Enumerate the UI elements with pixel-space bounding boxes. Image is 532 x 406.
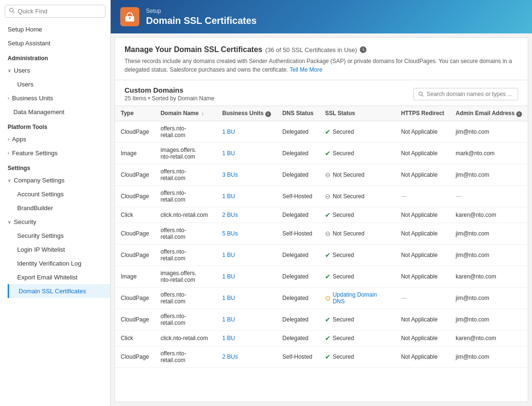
cell-https: Not Applicable xyxy=(395,121,450,142)
cell-dns: Delegated xyxy=(277,330,319,346)
cell-bu[interactable]: 1 BU xyxy=(217,244,277,266)
sidebar-group-business-units[interactable]: › Business Units xyxy=(0,91,110,105)
cell-domain: offers.nto-retail.com xyxy=(155,244,216,266)
chevron-down-icon-security: ∨ xyxy=(8,219,11,224)
col-domain-name: Domain Name ↓ xyxy=(155,106,216,121)
sidebar-item-export-email-whitelist[interactable]: Export Email Whitelist xyxy=(8,270,110,284)
sidebar-group-company-settings[interactable]: ∨ Company Settings xyxy=(0,173,110,187)
cell-bu[interactable]: 1 BU xyxy=(217,287,277,309)
cell-bu[interactable]: 1 BU xyxy=(217,185,277,207)
bu-link[interactable]: 1 BU xyxy=(222,193,235,200)
info-icon[interactable]: i xyxy=(360,46,366,53)
content-area: Manage Your Domain SSL Certificates (36 … xyxy=(115,37,528,402)
cell-ssl[interactable]: ⊙Updating Domain DNS xyxy=(319,287,395,309)
sidebar-item-login-ip-whitelist[interactable]: Login IP Whitelist xyxy=(8,243,110,256)
ssl-status-text: Secured xyxy=(333,353,354,360)
cell-dns: Delegated xyxy=(277,266,319,287)
cell-type: CloudPage xyxy=(115,309,155,330)
sidebar-group-apps[interactable]: › Apps xyxy=(0,132,110,146)
col-dns-status: DNS Status xyxy=(277,106,319,121)
updating-dns-link[interactable]: Updating Domain DNS xyxy=(333,291,389,305)
sidebar-group-feature-settings[interactable]: › Feature Settings xyxy=(0,146,110,160)
cell-type: Click xyxy=(115,330,155,346)
table-row: CloudPageoffers.nto-retail.com1 BUDelega… xyxy=(115,287,528,309)
cell-dns: Delegated xyxy=(277,142,319,164)
sidebar-item-account-settings[interactable]: Account Settings xyxy=(8,187,110,201)
content-description: These records include any domains create… xyxy=(125,57,518,74)
bu-link[interactable]: 1 BU xyxy=(222,128,235,135)
bu-link[interactable]: 1 BU xyxy=(222,150,235,157)
table-row: CloudPageoffers.nto-retail.com5 BUsSelf-… xyxy=(115,223,528,244)
cell-https: — xyxy=(395,287,450,309)
domain-search-input[interactable] xyxy=(427,91,513,97)
quick-find-input[interactable] xyxy=(18,8,101,15)
cell-ssl: ✔Secured xyxy=(319,346,395,367)
col-type: Type xyxy=(115,106,155,121)
cell-email: jim@nto.com xyxy=(450,244,528,266)
tell-me-more-link[interactable]: Tell Me More xyxy=(290,66,323,73)
cell-bu[interactable]: 3 BUs xyxy=(217,164,277,185)
col-admin-email: Admin Email Address i xyxy=(450,106,528,121)
cell-domain: offers.nto-retail.com xyxy=(155,287,216,309)
domain-search-box[interactable] xyxy=(413,88,518,100)
sidebar-item-data-management[interactable]: Data Management xyxy=(0,105,110,119)
sidebar-group-users[interactable]: ∨ Users xyxy=(0,64,110,77)
bu-link[interactable]: 5 BUs xyxy=(222,230,238,237)
bu-link[interactable]: 2 BUs xyxy=(222,353,238,360)
cell-bu[interactable]: 1 BU xyxy=(217,330,277,346)
ssl-status-text: Secured xyxy=(333,335,354,342)
cell-domain: offers.nto-retail.com xyxy=(155,121,216,142)
cell-bu[interactable]: 2 BUs xyxy=(217,207,277,223)
sidebar-group-security[interactable]: ∨ Security xyxy=(0,215,110,229)
bu-link[interactable]: 1 BU xyxy=(222,335,235,342)
cell-bu[interactable]: 1 BU xyxy=(217,309,277,330)
cell-type: Click xyxy=(115,207,155,223)
secured-icon: ✔ xyxy=(325,316,331,323)
cell-domain: offers.nto-retail.com xyxy=(155,223,216,244)
cell-bu[interactable]: 2 BUs xyxy=(217,346,277,367)
cell-domain: offers.nto-retail.com xyxy=(155,164,216,185)
cell-https: Not Applicable xyxy=(395,330,450,346)
bu-link[interactable]: 1 BU xyxy=(222,295,235,301)
updating-icon: ⊙ xyxy=(325,294,331,302)
cell-email: jim@nto.com xyxy=(450,346,528,367)
bu-link[interactable]: 2 BUs xyxy=(222,212,238,218)
cell-dns: Delegated xyxy=(277,164,319,185)
content-header-top: Manage Your Domain SSL Certificates (36 … xyxy=(125,45,518,54)
sidebar-item-brandbuilder[interactable]: BrandBuilder xyxy=(8,201,110,215)
sidebar-item-identity-verification-log[interactable]: Identity Verification Log xyxy=(8,256,110,270)
domain-search-icon xyxy=(418,91,424,97)
bu-link[interactable]: 1 BU xyxy=(222,316,235,323)
table-row: Clickclick.nto-retail.com2 BUsDelegated✔… xyxy=(115,207,528,223)
cell-bu[interactable]: 1 BU xyxy=(217,142,277,164)
bu-link[interactable]: 1 BU xyxy=(222,273,235,280)
sidebar: Setup Home Setup Assistant Administratio… xyxy=(0,0,111,406)
cell-email: jim@nto.com xyxy=(450,223,528,244)
ssl-status-text: Secured xyxy=(333,273,354,280)
cell-https: Not Applicable xyxy=(395,164,450,185)
sidebar-item-domain-ssl-certificates[interactable]: Domain SSL Certificates xyxy=(8,284,110,298)
bu-link[interactable]: 3 BUs xyxy=(222,171,238,178)
cell-bu[interactable]: 1 BU xyxy=(217,121,277,142)
cell-domain: offers.nto-retail.com xyxy=(155,309,216,330)
sidebar-item-security-settings[interactable]: Security Settings xyxy=(8,229,110,243)
col-business-units: Business Units i xyxy=(217,106,277,121)
sidebar-item-setup-assistant[interactable]: Setup Assistant xyxy=(0,36,110,50)
cell-email: jim@nto.com xyxy=(450,164,528,185)
sidebar-item-users[interactable]: Users xyxy=(8,77,110,91)
cell-https: Not Applicable xyxy=(395,142,450,164)
sidebar-item-setup-home[interactable]: Setup Home xyxy=(0,22,110,36)
cell-bu[interactable]: 1 BU xyxy=(217,266,277,287)
table-row: CloudPageoffers.nto-retail.com1 BUSelf-H… xyxy=(115,185,528,207)
ssl-status-text: Not Secured xyxy=(333,193,365,200)
table-header-row: Type Domain Name ↓ Business Units i DNS … xyxy=(115,106,528,121)
secured-icon: ✔ xyxy=(325,353,331,361)
bu-link[interactable]: 1 BU xyxy=(222,252,235,258)
header-icon xyxy=(120,7,139,26)
search-box[interactable] xyxy=(5,5,105,18)
cell-bu[interactable]: 5 BUs xyxy=(217,223,277,244)
cell-domain: images.offers. nto-retail.com xyxy=(155,266,216,287)
cell-dns: Delegated xyxy=(277,207,319,223)
svg-line-1 xyxy=(13,11,14,13)
cell-type: CloudPage xyxy=(115,244,155,266)
